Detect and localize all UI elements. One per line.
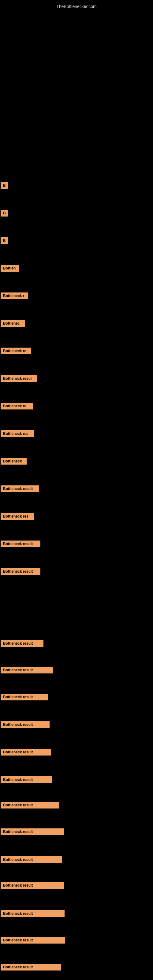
- bottleneck-result-label: B: [1, 210, 8, 216]
- bottleneck-result-label: Bottleneck result: [1, 694, 48, 700]
- bottleneck-result-label: Bottleneck result: [1, 802, 59, 808]
- bottleneck-result-label: Bottleneck result: [1, 937, 65, 943]
- bottleneck-result-label: Bottleneck result: [1, 856, 62, 863]
- bottleneck-result-label: Bottleneck result: [1, 882, 64, 889]
- bottleneck-result-label: Bottleneck result: [1, 749, 51, 756]
- bottleneck-result-label: Bottleneck res: [1, 513, 34, 520]
- bottleneck-result-label: Bottleneck result: [1, 485, 39, 492]
- bottleneck-result-label: Bottleneck re: [1, 403, 33, 409]
- bottleneck-result-label: Bottleneck result: [1, 640, 43, 647]
- bottleneck-result-label: Bottleneck result: [1, 776, 52, 783]
- bottleneck-result-label: Bottleneck result: [1, 829, 64, 835]
- bottleneck-result-label: Bottleneck res: [1, 430, 33, 437]
- bottleneck-result-label: Bottleneck resul: [1, 375, 37, 382]
- bottleneck-result-label: Bottleneck result: [1, 910, 65, 917]
- bottleneck-result-label: Bottleneck result: [1, 568, 40, 575]
- bottleneck-result-label: Bottleneck: [1, 458, 27, 465]
- bottleneck-result-label: Bottleneck result: [1, 721, 49, 728]
- bottleneck-result-label: Bottleneck r: [1, 293, 28, 299]
- bottleneck-result-label: Bottleneck re: [1, 348, 31, 354]
- bottleneck-result-label: B: [1, 182, 8, 189]
- bottleneck-result-label: Bottlenec: [1, 320, 25, 327]
- bottleneck-result-label: Bottlen: [1, 265, 19, 272]
- bottleneck-result-label: Bottleneck result: [1, 667, 53, 673]
- bottleneck-result-label: Bottleneck result: [1, 964, 61, 970]
- bottleneck-result-label: B: [1, 237, 8, 244]
- site-title: TheBottlenecker.com: [56, 2, 97, 11]
- bottleneck-result-label: Bottleneck result: [1, 541, 40, 547]
